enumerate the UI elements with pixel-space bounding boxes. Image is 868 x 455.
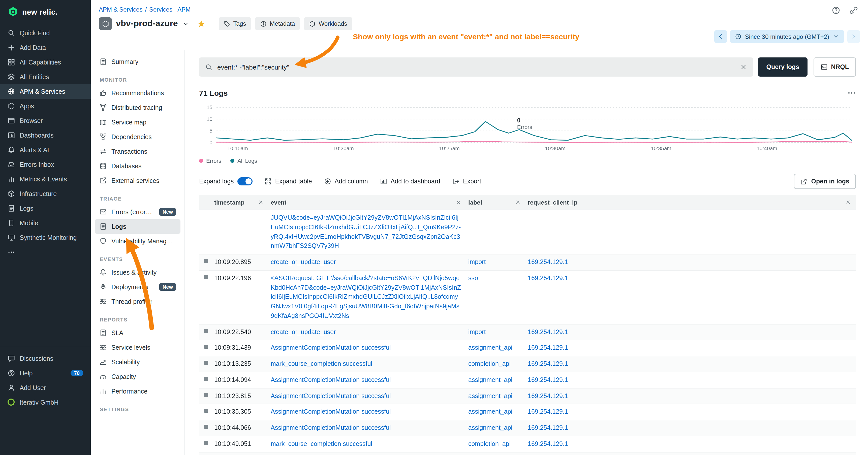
time-back-button[interactable] [714,30,727,43]
workloads-chip[interactable]: Workloads [304,17,352,30]
row-checkbox[interactable] [204,329,208,333]
toggle-on-icon[interactable] [238,177,252,186]
table-row[interactable]: 10:09:20.895create_or_update_userimport1… [199,255,856,270]
chart-options-icon[interactable] [847,89,856,97]
sidebar-item-more[interactable] [0,245,91,260]
ip-link[interactable]: 169.254.129.1 [528,259,568,265]
row-checkbox[interactable] [204,441,208,445]
ip-link[interactable]: 169.254.129.1 [528,274,568,282]
event-link[interactable]: AssignmentCompletionMutation successful [271,409,391,416]
table-row[interactable]: 10:10:44.066AssignmentCompletionMutation… [199,420,856,436]
sidebar-item-add-user[interactable]: Add User [0,381,91,395]
column-header-label[interactable]: label [466,195,526,209]
sidebar-item-all-entities[interactable]: All Entities [0,69,91,84]
label-link[interactable]: assignment_api [468,424,513,431]
subnav-item-recommendations[interactable]: Recommendations [95,86,181,100]
legend-item-errors[interactable]: Errors [199,158,221,164]
ip-link[interactable]: 169.254.129.1 [528,441,568,448]
breadcrumb-link-services-apm[interactable]: Services - APM [149,6,190,13]
table-row[interactable]: 10:10:49.051mark_course_completion succe… [199,436,856,453]
open-in-logs-button[interactable]: Open in logs [794,174,856,189]
label-link[interactable]: assignment_api [468,377,513,384]
sidebar-item-synthetic-monitoring[interactable]: Synthetic Monitoring [0,230,91,245]
row-checkbox[interactable] [204,377,208,381]
table-row[interactable]: 10:10:23.815AssignmentCompletionMutation… [199,388,856,404]
subnav-item-logs[interactable]: Logs [95,219,181,234]
subnav-item-service-map[interactable]: Service map [95,115,181,130]
subnav-item-capacity[interactable]: Capacity [95,369,181,384]
subnav-item-vulnerability-management[interactable]: Vulnerability Management [95,234,181,249]
table-row[interactable]: 10:09:22.540create_or_update_userimport1… [199,324,856,340]
expand-table-button[interactable]: Expand table [265,178,312,185]
nrql-button[interactable]: NRQL [813,58,856,76]
subnav-item-sla[interactable]: SLA [95,325,181,340]
row-checkbox[interactable] [204,345,208,349]
log-query-input[interactable] [217,63,736,71]
sidebar-item-iterativ-gmbh[interactable]: Iterativ GmbH [0,395,91,410]
table-row[interactable]: 10:09:31.439AssignmentCompletionMutation… [199,340,856,357]
subnav-item-databases[interactable]: Databases [95,159,181,173]
subnav-item-summary[interactable]: Summary [95,55,181,69]
sidebar-item-apm-services[interactable]: APM & Services [0,84,91,99]
sidebar-item-discussions[interactable]: Discussions [0,351,91,366]
subnav-item-dependencies[interactable]: Dependencies [95,130,181,144]
row-checkbox[interactable] [204,361,208,365]
row-checkbox[interactable] [204,393,208,397]
table-row[interactable]: 10:10:13.235mark_course_completion succe… [199,356,856,372]
time-range-button[interactable]: Since 30 minutes ago (GMT+2) [730,30,844,43]
table-row[interactable]: 10:09:22.196<ASGIRequest: GET '/sso/call… [199,270,856,325]
metadata-chip[interactable]: Metadata [255,17,300,30]
newrelic-logo[interactable]: new relic. [0,0,91,22]
event-link[interactable]: JUQVU&code=eyJraWQiOiJjcGltY29yZV8wOTl1M… [271,214,461,250]
row-checkbox[interactable] [204,275,208,279]
subnav-item-errors-errors-inb[interactable]: Errors (errors inb...New [95,204,181,219]
sidebar-item-metrics-events[interactable]: Metrics & Events [0,172,91,187]
sidebar-item-errors-inbox[interactable]: Errors Inbox [0,157,91,172]
table-row[interactable]: JUQVU&code=eyJraWQiOiJjcGltY29yZV8wOTl1M… [199,210,856,255]
sidebar-item-help[interactable]: Help70 [0,366,91,381]
sidebar-item-mobile[interactable]: Mobile [0,216,91,230]
event-link[interactable]: create_or_update_user [271,259,336,265]
subnav-item-distributed-tracing[interactable]: Distributed tracing [95,100,181,115]
add-column-button[interactable]: Add column [324,178,368,185]
event-link[interactable]: create_or_update_user [271,328,336,335]
ip-link[interactable]: 169.254.129.1 [528,328,568,335]
label-link[interactable]: import [468,259,486,265]
table-row[interactable]: 10:10:14.094AssignmentCompletionMutation… [199,372,856,389]
event-link[interactable]: <ASGIRequest: GET '/sso/callback/?state=… [271,274,461,320]
subnav-item-deployments[interactable]: DeploymentsNew [95,280,181,294]
ip-link[interactable]: 169.254.129.1 [528,377,568,384]
remove-column-icon[interactable] [258,199,264,205]
remove-column-icon[interactable] [845,199,851,205]
tags-chip[interactable]: Tags [219,17,251,30]
label-link[interactable]: import [468,328,486,335]
row-checkbox[interactable] [204,425,208,429]
ip-link[interactable]: 169.254.129.1 [528,409,568,416]
subnav-item-issues-activity[interactable]: Issues & activity [95,265,181,280]
ip-link[interactable]: 169.254.129.1 [528,360,568,367]
subnav-item-performance[interactable]: Performance [95,384,181,398]
export-button[interactable]: Export [453,178,481,185]
ip-link[interactable]: 169.254.129.1 [528,392,568,399]
sidebar-item-infrastructure[interactable]: Infrastructure [0,187,91,201]
label-link[interactable]: assignment_api [468,392,513,399]
ip-link[interactable]: 169.254.129.1 [528,424,568,431]
row-checkbox[interactable] [204,259,208,263]
sidebar-item-all-capabilities[interactable]: All Capabilities [0,55,91,69]
event-link[interactable]: AssignmentCompletionMutation successful [271,345,391,352]
sidebar-item-browser[interactable]: Browser [0,113,91,128]
copy-link-icon[interactable] [849,6,858,14]
add-to-dashboard-button[interactable]: Add to dashboard [380,178,440,185]
log-query-bar[interactable] [199,58,753,76]
entity-switcher-chevron-icon[interactable] [183,21,189,27]
clear-query-icon[interactable] [740,64,747,70]
sidebar-item-alerts-ai[interactable]: Alerts & AI [0,142,91,157]
query-logs-button[interactable]: Query logs [758,58,807,76]
favorite-star-icon[interactable] [197,20,206,28]
label-link[interactable]: completion_api [468,360,510,367]
table-row[interactable]: 10:10:35.305AssignmentCompletionMutation… [199,404,856,421]
event-link[interactable]: AssignmentCompletionMutation successful [271,392,391,399]
sidebar-item-apps[interactable]: Apps [0,99,91,113]
sidebar-item-dashboards[interactable]: Dashboards [0,128,91,142]
column-header-request-client-ip[interactable]: request_client_ip [526,195,856,209]
